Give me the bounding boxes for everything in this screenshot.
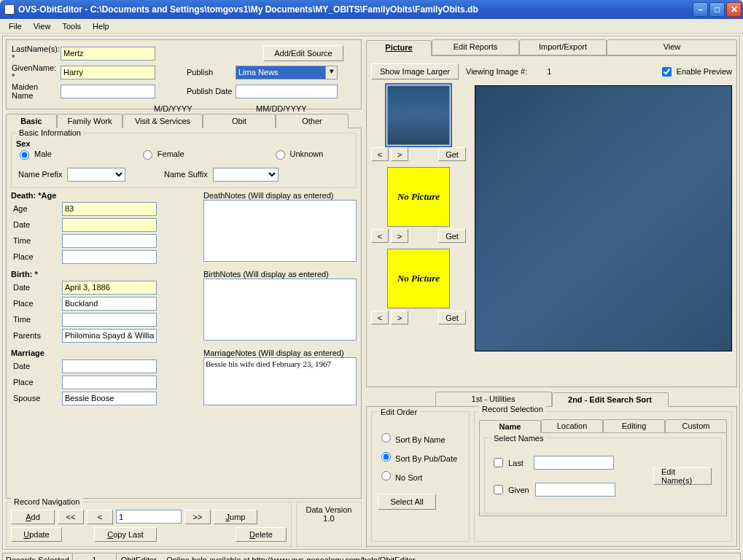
given-checkbox[interactable] (494, 485, 503, 494)
tab-view[interactable]: View (607, 39, 737, 55)
records-selected-value: 1 (73, 553, 117, 560)
tab-other[interactable]: Other (276, 114, 349, 128)
minimize-button[interactable]: – (693, 2, 708, 17)
marriage-place-input[interactable] (62, 376, 157, 389)
thumbnail-2[interactable]: No Picture (387, 167, 450, 227)
large-preview-image (475, 85, 732, 351)
close-button[interactable]: ✕ (726, 2, 742, 17)
thumb1-next[interactable]: > (391, 147, 408, 161)
menu-file[interactable]: File (3, 20, 28, 32)
tab-familywork[interactable]: Family Work (57, 114, 122, 128)
maximize-button[interactable]: □ (709, 2, 725, 17)
age-input[interactable] (62, 202, 157, 216)
tab-utilities[interactable]: 1st - Utilities (435, 392, 552, 406)
parents-input[interactable] (62, 329, 157, 343)
last-input[interactable] (534, 456, 614, 470)
delete-button[interactable]: Delete (236, 527, 287, 542)
marriage-date-input[interactable] (62, 359, 157, 373)
tab-obit[interactable]: Obit (203, 114, 276, 128)
next-button[interactable]: >> (184, 510, 211, 524)
pos-input[interactable] (116, 510, 182, 524)
givenname-input[interactable] (61, 66, 155, 79)
left-tabstrip: Basic Family Work Visit & Services Obit … (6, 113, 362, 128)
rsel-tab-location[interactable]: Location (541, 419, 603, 432)
sex-male[interactable]: Male (16, 148, 52, 160)
sex-unknown[interactable]: Unknown (272, 148, 324, 160)
edit-order-box: Edit Order Sort By Name Sort By Pub/Date… (371, 411, 470, 542)
lastname-label: LastName(s): * (9, 44, 61, 62)
suffix-combo[interactable] (213, 168, 279, 182)
jump-button[interactable]: Jump (214, 510, 257, 524)
tab-visit[interactable]: Visit & Services (122, 114, 203, 128)
birthnotes-textarea[interactable] (203, 279, 357, 341)
last-checkbox[interactable] (494, 458, 503, 467)
givenname-label: GivenName: * (9, 63, 61, 81)
thumb2-get[interactable]: Get (438, 229, 466, 243)
thumb3-next[interactable]: > (391, 311, 408, 324)
tab-edit-search-sort[interactable]: 2nd - Edit Search Sort (552, 392, 669, 407)
death-place-input[interactable] (62, 250, 157, 264)
show-larger-button[interactable]: Show Image Larger (371, 63, 459, 79)
lastname-input[interactable] (61, 47, 155, 61)
no-sort[interactable]: No Sort (378, 469, 463, 482)
data-version-label: Data Version (300, 505, 358, 514)
data-version-value: 1.0 (300, 514, 358, 523)
tab-reports[interactable]: Edit Reports (432, 39, 519, 55)
addeditsource-button[interactable]: Add/Edit Source (263, 45, 343, 61)
birth-place-input[interactable] (62, 297, 157, 311)
thumbnail-1[interactable] (387, 85, 450, 145)
viewing-label: Viewing Image #: (466, 67, 527, 76)
tab-basic[interactable]: Basic (6, 114, 57, 128)
thumbnail-3[interactable]: No Picture (387, 249, 450, 308)
rsel-tab-name[interactable]: Name (479, 420, 541, 433)
maiden-input[interactable] (61, 85, 155, 98)
thumb2-next[interactable]: > (391, 229, 408, 243)
tab-picture[interactable]: Picture (366, 40, 432, 56)
thumb1-prev[interactable]: < (371, 147, 389, 161)
publish-combo[interactable]: Lima News ▾ (236, 66, 338, 79)
birth-date-input[interactable] (62, 281, 157, 295)
deathnotes-label: DeathNotes (Will display as entered) (203, 191, 357, 200)
copylast-button[interactable]: Copy Last (94, 527, 157, 542)
deathnotes-textarea[interactable] (203, 200, 357, 262)
spouse-input[interactable] (62, 392, 157, 405)
enable-preview-checkbox[interactable]: Enable Preview (659, 65, 732, 79)
rsel-tab-custom[interactable]: Custom (665, 419, 727, 432)
menu-tools[interactable]: Tools (56, 20, 87, 32)
sort-by-pubdate[interactable]: Sort By Pub/Date (378, 450, 463, 463)
given-input[interactable] (535, 483, 615, 497)
marriage-place-label: Place (11, 378, 62, 386)
publish-value: Lima News (238, 68, 278, 77)
marriagenotes-textarea[interactable] (203, 357, 357, 405)
prev-button[interactable]: < (87, 510, 113, 524)
rsel-tab-editing[interactable]: Editing (603, 419, 665, 432)
update-button[interactable]: Update (11, 527, 62, 542)
window-title: OVS-ObitEditor - C:\Documents and Settin… (18, 4, 693, 15)
thumb1-get[interactable]: Get (438, 147, 466, 161)
edit-order-legend: Edit Order (378, 408, 420, 416)
thumb2-prev[interactable]: < (371, 229, 389, 243)
first-button[interactable]: << (58, 510, 84, 524)
top-form: LastName(s): * Add/Edit Source GivenName… (6, 39, 362, 109)
birth-time-input[interactable] (62, 313, 157, 327)
pubdate-input[interactable] (236, 85, 338, 98)
death-time-label: Time (11, 236, 62, 245)
thumb3-get[interactable]: Get (438, 311, 466, 324)
death-time-input[interactable] (62, 234, 157, 248)
tab-importexport[interactable]: Import/Export (519, 39, 607, 55)
edit-names-button[interactable]: Edit Name(s) (653, 467, 712, 485)
prefix-combo[interactable] (67, 168, 125, 182)
menu-help[interactable]: Help (87, 20, 115, 32)
death-date-input[interactable] (62, 218, 157, 232)
sex-female[interactable]: Female (139, 148, 184, 160)
parents-label: Parents (11, 331, 62, 340)
marriage-label: Marriage (11, 349, 198, 357)
thumb3-prev[interactable]: < (371, 311, 389, 324)
menu-view[interactable]: View (28, 20, 57, 32)
add-button[interactable]: Add (11, 510, 55, 524)
record-selection-legend: Record Selection (479, 405, 546, 413)
sort-by-name[interactable]: Sort By Name (378, 431, 463, 444)
menubar: File View Tools Help (0, 19, 743, 34)
lower-panel: Edit Order Sort By Name Sort By Pub/Date… (366, 406, 737, 547)
select-all-button[interactable]: Select All (378, 494, 436, 510)
